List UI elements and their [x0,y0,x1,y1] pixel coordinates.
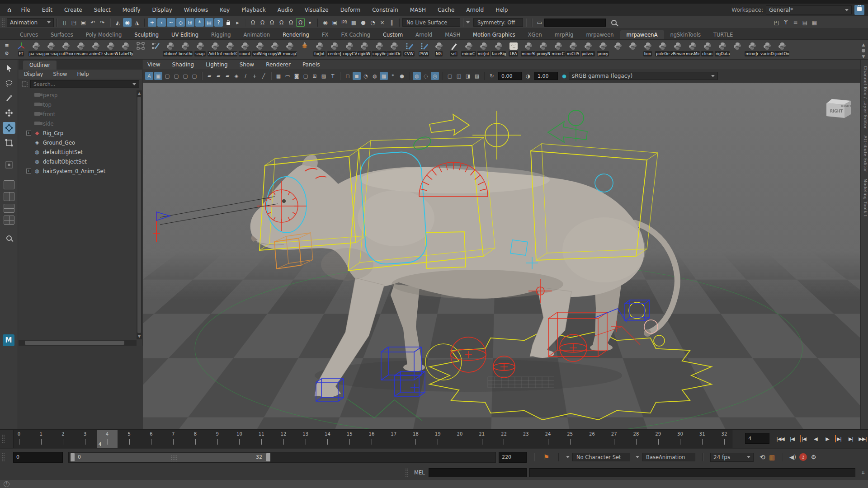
marker-icon[interactable]: ╱ [259,72,268,80]
range-bar-grip[interactable] [1,453,5,462]
shelf-item-faceRig[interactable]: faceRig [491,41,506,56]
outliner-search-input[interactable]: Search... [30,80,139,88]
shelf-item-snap[interactable]: snap [193,41,208,56]
shelf-tab-surfaces[interactable]: Surfaces [44,30,80,39]
gamma-icon[interactable]: ◑ [524,72,532,80]
isolate-icon[interactable]: ◎ [431,72,439,80]
snap-curve-icon[interactable]: Ω [258,18,267,27]
time-slider-grip[interactable] [1,434,5,443]
home-icon[interactable]: ⌂ [7,6,12,14]
shelf-item-mirorC[interactable]: mirorC [461,41,476,56]
shelf-item-copyW[interactable]: copyW [267,41,282,56]
shelf-item-mirorSl[interactable]: mirorSl [521,41,536,56]
bookmarks-icon[interactable]: ▢ [172,72,180,80]
shelf-scroll-up-icon[interactable]: ▲ [862,42,865,47]
shelf-tab-fx-caching[interactable]: FX Caching [335,30,377,39]
textured-icon[interactable]: ◔ [362,72,370,80]
shelf-item-jointOn[interactable]: jointOn [774,41,789,56]
hypershade-icon[interactable]: ● [359,18,368,27]
range-slider-selection[interactable]: 0 32 [71,453,270,462]
menu-select[interactable]: Select [88,7,117,13]
command-input[interactable] [429,468,527,477]
undo-icon[interactable]: ↶ [89,18,97,27]
gamma-field[interactable]: 1.00 [534,72,558,80]
select-rendering-icon[interactable]: ▤ [205,18,213,27]
select-handles-icon[interactable]: + [148,18,156,27]
animation-start-field[interactable]: 0 [13,452,63,463]
shadows-icon[interactable]: ▩ [380,72,388,80]
outliner-tab[interactable]: Outliner [23,61,57,70]
camera-attributes-icon[interactable]: ▢ [163,72,171,80]
zoom-tool-button[interactable] [3,232,15,244]
plugin-shading-icon[interactable]: ▨ [473,72,481,80]
shelf-item-python[interactable] [730,41,745,51]
shelf-item-lion[interactable]: lion [640,41,655,56]
shelf-item-node[interactable] [133,41,148,51]
shelf-tab-uv-editing[interactable]: UV Editing [165,30,205,39]
shelf-item-python[interactable] [610,41,625,51]
scale-tool-button[interactable] [3,137,15,149]
symmetry-field[interactable]: Symmetry: Off [473,18,523,27]
select-surfaces-icon[interactable]: ◇ [176,18,185,27]
menu-file[interactable]: File [15,7,36,13]
step-back-frame-button[interactable]: |◀ [787,434,797,445]
shelf-item-vacinDe[interactable]: vacinDe [760,41,774,56]
menu-cache[interactable]: Cache [432,7,460,13]
snap-projected-center-icon[interactable]: Ω [277,18,286,27]
select-hierarchy-icon[interactable]: ◭ [113,18,122,27]
fps-dropdown[interactable]: 24 fps [710,453,754,462]
colorspace-dropdown[interactable]: sRGB gamma (legacy) [569,72,718,80]
shelf-tab-mrpaween[interactable]: mrpaween [580,30,620,39]
outliner-item-defaultLightSet[interactable]: ◍defaultLightSet [19,147,137,157]
outliner-menu-show[interactable]: Show [53,71,67,77]
shelf-item-NG[interactable]: NG [431,41,446,56]
viewport-menu-renderer[interactable]: Renderer [266,61,291,68]
shelf-item-centerJ[interactable]: centerJ [327,41,342,56]
view-orientation-cube[interactable]: RIGHT RIGHT [825,95,853,121]
shelf-item-mirorC[interactable]: mirorC [551,41,566,56]
shelf-tab-xgen[interactable]: XGen [522,30,548,39]
menu-windows[interactable]: Windows [178,7,214,13]
shelf-item-copyVe[interactable]: copyVe [372,41,387,56]
outliner-item-hairSystem_0_Anim_Set[interactable]: +◍hairSystem_0_Anim_Set [19,166,137,176]
shelf-scroll-down-icon[interactable]: ▼ [862,54,865,59]
menu-deform[interactable]: Deform [335,7,367,13]
menu-display[interactable]: Display [146,7,178,13]
chevron-down-icon[interactable] [466,21,470,23]
camera-next-icon[interactable]: ▰ [223,72,231,80]
outliner-item-side[interactable]: side [19,119,137,128]
layout-stacked-button[interactable] [4,204,14,213]
shelf-item-LabelTy[interactable]: LabelTy [118,41,133,56]
quick-select-input[interactable] [544,19,606,27]
command-language-label[interactable]: MEL [414,469,425,476]
redo-icon[interactable]: ↷ [98,18,107,27]
viewport-menu-show[interactable]: Show [240,61,254,68]
image-plane-icon[interactable]: ▢ [181,72,189,80]
shelf-tab-custom[interactable]: Custom [377,30,409,39]
shelf-item-polvec[interactable]: polvec [580,41,595,56]
color-management-icon[interactable]: ● [560,72,568,80]
outliner-item-persp[interactable]: persp [19,90,137,100]
field-chart-icon[interactable]: ⊞ [311,72,319,80]
render-view-icon[interactable]: ◉ [321,18,330,27]
shelf-item-proxyN[interactable]: proxyN [536,41,551,56]
expand-icon[interactable]: + [26,169,31,174]
shelf-gear-icon[interactable]: ⚙ [5,51,9,56]
shelf-item-copyCV[interactable]: copyCV [342,41,357,56]
workspace-dropdown[interactable]: General* [766,5,852,14]
channel-box-toggle-icon[interactable]: ▦ [810,18,819,27]
shelf-tab-turtle[interactable]: TURTLE [707,30,739,39]
multisample-icon[interactable]: ◍ [413,72,421,80]
shelf-tab-mash[interactable]: MASH [439,30,467,39]
live-surface-field[interactable]: No Live Surface [402,18,460,27]
highlight-selection-icon[interactable]: ▸ [233,18,242,27]
shelf-scroll-dot[interactable] [862,49,865,52]
render-settings-icon[interactable]: ▩ [349,18,358,27]
safe-title-icon[interactable]: T [329,72,337,80]
safe-action-icon[interactable]: ▧ [320,72,328,80]
workspace-lock-button[interactable] [854,5,864,15]
xray-active-icon[interactable]: ◨ [464,72,472,80]
step-forward-frame-button[interactable]: ▶| [845,434,856,445]
select-joints-icon[interactable]: ‹ [157,18,166,27]
layout-two-pane-button[interactable] [4,192,14,201]
